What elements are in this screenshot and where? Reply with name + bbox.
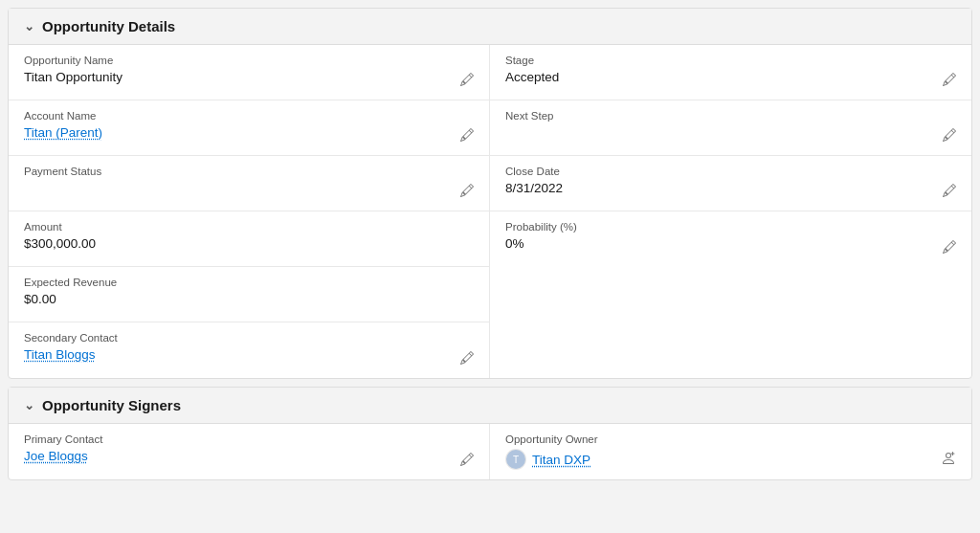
pencil-icon [460, 351, 474, 365]
expected-revenue-field: Expected Revenue $0.00 [9, 267, 489, 322]
account-name-value[interactable]: Titan (Parent) [24, 125, 474, 140]
stage-value: Accepted [505, 70, 956, 84]
signers-left-column: Primary Contact Joe Bloggs [9, 424, 490, 479]
amount-value: $300,000.00 [24, 236, 474, 251]
probability-label: Probability (%) [505, 221, 956, 233]
opportunity-name-edit-button[interactable] [458, 71, 476, 88]
pencil-icon [460, 73, 474, 86]
secondary-contact-label: Secondary Contact [24, 332, 474, 344]
stage-field: Stage Accepted [490, 45, 971, 100]
chevron-down-icon: ⌄ [24, 19, 34, 33]
close-date-label: Close Date [505, 166, 956, 177]
opportunity-details-right-column: Stage Accepted Next Step [490, 45, 971, 378]
primary-contact-label: Primary Contact [24, 433, 474, 445]
opportunity-owner-edit-button[interactable] [939, 449, 958, 468]
opportunity-details-body: Opportunity Name Titan Opportunity Accou… [9, 45, 971, 378]
opportunity-name-value: Titan Opportunity [24, 70, 474, 84]
chevron-down-icon: ⌄ [24, 398, 34, 412]
signers-right-column: Opportunity Owner T Titan DXP [490, 424, 971, 479]
secondary-contact-field: Secondary Contact Titan Bloggs [9, 322, 489, 378]
opportunity-details-section: ⌄ Opportunity Details Opportunity Name T… [8, 8, 972, 379]
opportunity-owner-field: Opportunity Owner T Titan DXP [490, 424, 971, 479]
secondary-contact-edit-button[interactable] [458, 349, 476, 366]
opportunity-owner-row: T Titan DXP [505, 449, 956, 470]
amount-field: Amount $300,000.00 [9, 211, 489, 267]
avatar: T [505, 449, 526, 470]
payment-status-field: Payment Status [9, 156, 489, 211]
pencil-icon [943, 240, 956, 254]
opportunity-details-title: Opportunity Details [42, 18, 175, 34]
opportunity-signers-header[interactable]: ⌄ Opportunity Signers [9, 388, 971, 424]
opportunity-signers-title: Opportunity Signers [42, 397, 181, 413]
opportunity-owner-label: Opportunity Owner [505, 433, 956, 445]
opportunity-details-header[interactable]: ⌄ Opportunity Details [9, 9, 971, 45]
primary-contact-value[interactable]: Joe Bloggs [24, 449, 474, 463]
pencil-icon [460, 453, 474, 466]
account-name-field: Account Name Titan (Parent) [9, 100, 489, 156]
amount-label: Amount [24, 221, 474, 233]
opportunity-name-label: Opportunity Name [24, 55, 474, 66]
probability-field: Probability (%) 0% [490, 211, 971, 267]
probability-edit-button[interactable] [941, 238, 958, 255]
page: ⌄ Opportunity Details Opportunity Name T… [0, 0, 980, 533]
expected-revenue-value: $0.00 [24, 292, 474, 306]
pencil-icon [943, 128, 956, 142]
close-date-field: Close Date 8/31/2022 [490, 156, 971, 211]
stage-label: Stage [505, 55, 956, 66]
stage-edit-button[interactable] [941, 71, 958, 88]
payment-status-label: Payment Status [24, 166, 474, 177]
probability-value: 0% [505, 236, 956, 251]
next-step-edit-button[interactable] [941, 126, 958, 144]
pencil-icon [943, 184, 956, 197]
next-step-value [505, 125, 956, 144]
next-step-field: Next Step [490, 100, 971, 156]
payment-status-edit-button[interactable] [458, 182, 476, 199]
opportunity-owner-value[interactable]: Titan DXP [532, 453, 590, 467]
account-name-label: Account Name [24, 110, 474, 122]
opportunity-signers-body: Primary Contact Joe Bloggs Opportunity O… [9, 424, 971, 479]
opportunity-details-left-column: Opportunity Name Titan Opportunity Accou… [9, 45, 490, 378]
person-edit-icon [941, 451, 956, 466]
opportunity-signers-section: ⌄ Opportunity Signers Primary Contact Jo… [8, 387, 972, 480]
payment-status-value [24, 181, 474, 200]
opportunity-name-field: Opportunity Name Titan Opportunity [9, 45, 489, 100]
pencil-icon [943, 73, 956, 86]
pencil-icon [460, 128, 474, 142]
account-name-edit-button[interactable] [458, 126, 476, 144]
expected-revenue-label: Expected Revenue [24, 277, 474, 288]
primary-contact-edit-button[interactable] [458, 451, 476, 468]
svg-text:T: T [513, 455, 519, 465]
close-date-edit-button[interactable] [941, 182, 958, 199]
pencil-icon [460, 184, 474, 197]
avatar-icon: T [506, 450, 525, 469]
primary-contact-field: Primary Contact Joe Bloggs [9, 424, 489, 479]
close-date-value: 8/31/2022 [505, 181, 956, 195]
next-step-label: Next Step [505, 110, 956, 122]
secondary-contact-value[interactable]: Titan Bloggs [24, 347, 474, 362]
